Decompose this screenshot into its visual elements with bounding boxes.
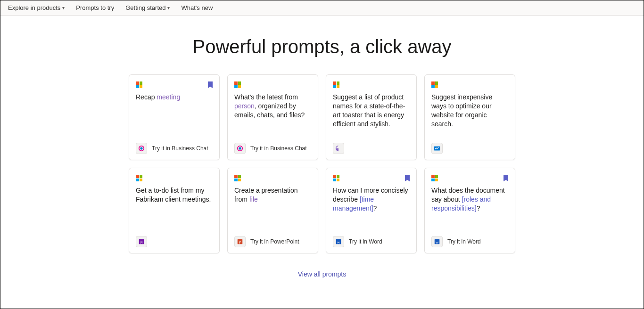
microsoft-logo-icon <box>333 81 339 88</box>
whiteboard-icon[interactable] <box>431 143 443 154</box>
bookmark-icon[interactable] <box>208 81 213 88</box>
prompt-card[interactable]: Suggest inexpensive ways to optimize our… <box>424 74 515 160</box>
svg-text:N: N <box>140 240 143 244</box>
prompt-card[interactable]: What's the latest from person, organized… <box>227 74 318 160</box>
prompt-card[interactable]: What does the document say about [roles … <box>424 168 515 253</box>
nav-getting-started[interactable]: Getting started ▾ <box>125 4 170 11</box>
card-footer: WTry it in Word <box>333 236 410 247</box>
nav-prompts-label: Prompts to try <box>76 4 114 11</box>
card-footer: N <box>136 236 213 247</box>
view-all-link[interactable]: View all prompts <box>0 270 644 278</box>
card-footer <box>333 143 410 154</box>
microsoft-logo-icon <box>136 175 142 181</box>
microsoft-logo-icon <box>234 175 241 181</box>
prompt-highlight: meeting <box>157 93 180 101</box>
nav-whats-new[interactable]: What's new <box>181 4 213 11</box>
prompt-card[interactable]: How can I more concisely describe [time … <box>326 168 417 253</box>
prompt-text: What does the document say about [roles … <box>431 186 508 236</box>
bookmark-icon[interactable] <box>504 175 508 181</box>
microsoft-logo-icon <box>136 81 142 88</box>
prompt-text: Create a presentation from file <box>234 186 311 236</box>
try-it-label[interactable]: Try it in Business Chat <box>152 145 208 152</box>
word-icon[interactable]: W <box>431 236 443 247</box>
svg-text:P: P <box>239 240 241 244</box>
card-header <box>333 81 410 90</box>
prompt-text: Recap meeting <box>136 93 213 143</box>
prompt-highlight: person <box>234 102 255 110</box>
prompt-card[interactable]: Suggest a list of product names for a st… <box>326 74 417 160</box>
svg-point-3 <box>239 147 241 149</box>
prompt-prefix: Suggest inexpensive ways to optimize our… <box>431 93 492 128</box>
try-it-label[interactable]: Try it in Word <box>447 238 481 245</box>
microsoft-logo-icon <box>431 175 438 181</box>
svg-point-1 <box>140 147 142 149</box>
prompt-text: How can I more concisely describe [time … <box>333 186 410 236</box>
nav-whats-new-label: What's new <box>181 4 213 11</box>
chevron-down-icon: ▾ <box>167 5 170 10</box>
card-footer: Try it in Business Chat <box>136 143 213 154</box>
card-header <box>136 81 213 90</box>
word-icon[interactable]: W <box>333 236 344 247</box>
nav-getting-started-label: Getting started <box>125 4 165 11</box>
card-footer <box>431 143 508 154</box>
copilot-icon[interactable] <box>234 143 246 154</box>
prompt-suffix: ? <box>373 204 377 212</box>
prompt-text: Suggest inexpensive ways to optimize our… <box>431 93 508 143</box>
chevron-down-icon: ▾ <box>62 5 65 10</box>
prompt-card[interactable]: Get a to-do list from my Fabrikam client… <box>129 168 220 253</box>
prompt-prefix: Suggest a list of product names for a st… <box>333 93 405 128</box>
svg-text:W: W <box>337 241 340 244</box>
nav-prompts[interactable]: Prompts to try <box>76 4 114 11</box>
prompt-prefix: Create a presentation from <box>234 187 298 203</box>
card-header <box>431 175 508 183</box>
card-footer: Try it in Business Chat <box>234 143 311 154</box>
prompt-suffix: ? <box>477 204 480 212</box>
prompt-text: What's the latest from person, organized… <box>234 93 311 143</box>
card-footer: WTry it in Word <box>431 236 508 247</box>
prompt-text: Suggest a list of product names for a st… <box>333 93 410 143</box>
nav-explore-label: Explore in products <box>8 4 60 11</box>
card-header <box>136 175 213 183</box>
svg-text:W: W <box>436 241 439 244</box>
card-header <box>234 81 311 90</box>
prompt-card[interactable]: Create a presentation from filePTry it i… <box>227 168 318 253</box>
card-header <box>333 175 410 183</box>
prompt-prefix: Recap <box>136 93 157 101</box>
card-footer: PTry it in PowerPoint <box>234 236 311 247</box>
prompt-prefix: Get a to-do list from my Fabrikam client… <box>136 187 211 203</box>
copilot-icon[interactable] <box>136 143 147 154</box>
prompt-card[interactable]: Recap meetingTry it in Business Chat <box>129 74 220 160</box>
microsoft-logo-icon <box>333 175 339 181</box>
prompt-highlight: file <box>249 195 258 203</box>
prompt-text: Get a to-do list from my Fabrikam client… <box>136 186 213 236</box>
nav-explore[interactable]: Explore in products ▾ <box>8 4 65 11</box>
page-title: Powerful prompts, a click away <box>0 36 644 57</box>
bookmark-icon[interactable] <box>405 175 410 181</box>
prompt-grid: Recap meetingTry it in Business ChatWhat… <box>129 74 515 253</box>
top-nav: Explore in products ▾ Prompts to try Get… <box>0 0 644 16</box>
try-it-label[interactable]: Try it in Word <box>349 238 382 245</box>
onenote-icon[interactable]: N <box>136 236 147 247</box>
prompt-prefix: What's the latest from <box>234 93 298 101</box>
microsoft-logo-icon <box>431 81 438 88</box>
card-header <box>234 175 311 183</box>
try-it-label[interactable]: Try it in Business Chat <box>250 145 307 152</box>
try-it-label[interactable]: Try it in PowerPoint <box>250 238 299 245</box>
loop-icon[interactable] <box>333 143 344 154</box>
card-header <box>431 81 508 90</box>
microsoft-logo-icon <box>234 81 241 88</box>
powerpoint-icon[interactable]: P <box>234 236 246 247</box>
